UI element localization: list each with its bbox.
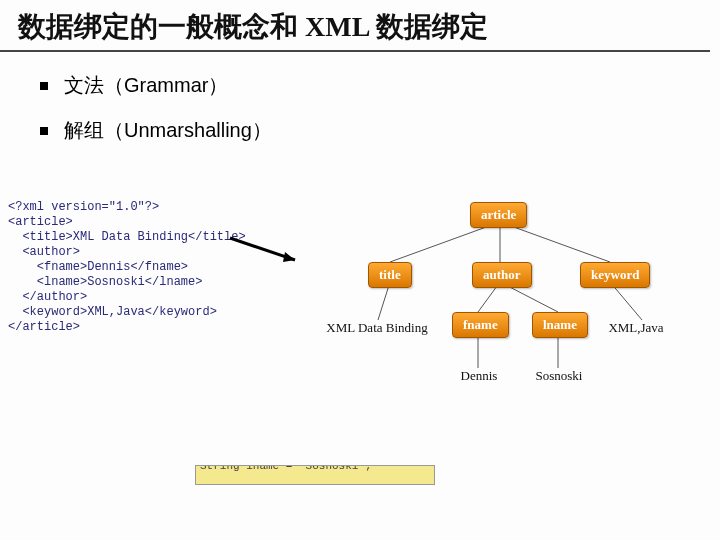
bullet-text: 文法（Grammar） [64,72,228,99]
svg-line-4 [500,222,610,262]
slide-title: 数据绑定的一般概念和 XML 数据绑定 [0,0,710,52]
node-lname: lname [532,312,588,338]
bullet-item: 解组（Unmarshalling） [40,117,720,144]
arrow-icon [225,230,315,270]
node-title: title [368,262,412,288]
xml-snippet: <?xml version="1.0"?> <article> <title>X… [8,200,246,335]
leaf-keyword: XML,Java [596,320,676,336]
tree-diagram: article title author keyword fname lname… [310,200,710,420]
bullet-marker [40,82,48,90]
code-snippet-text: String lname = "Sosnoski"; [196,465,434,472]
bullet-marker [40,127,48,135]
node-fname: fname [452,312,509,338]
node-keyword: keyword [580,262,650,288]
code-snippet-box: String lname = "Sosnoski"; [195,465,435,485]
tree-connectors [310,200,710,420]
node-author: author [472,262,532,288]
node-article: article [470,202,527,228]
leaf-lname: Sosnoski [504,368,614,384]
leaf-title: XML Data Binding [322,320,432,336]
svg-line-2 [390,222,500,262]
bullet-text: 解组（Unmarshalling） [64,117,272,144]
bullet-item: 文法（Grammar） [40,72,720,99]
bullet-list: 文法（Grammar） 解组（Unmarshalling） [40,72,720,144]
